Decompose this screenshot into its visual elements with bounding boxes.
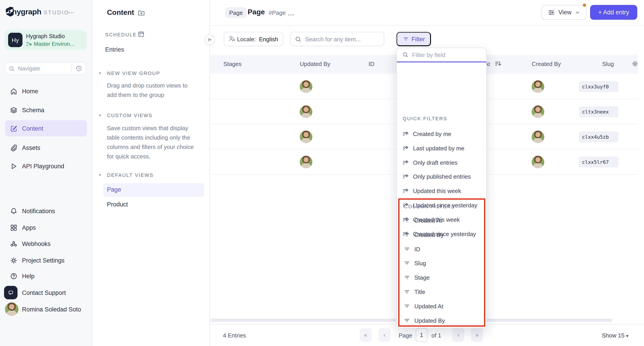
navigate-input[interactable] bbox=[18, 65, 71, 72]
filter-field-search[interactable] bbox=[397, 48, 486, 62]
collapse-panel-button[interactable] bbox=[204, 34, 215, 45]
content-view-panel: Content SCHEDULE Entries ▾ NEW VIEW GROU… bbox=[92, 0, 210, 346]
search-icon bbox=[402, 52, 408, 58]
page-title: Page bbox=[248, 8, 265, 16]
created-by-avatar bbox=[532, 105, 544, 118]
folder-plus-icon[interactable] bbox=[138, 9, 145, 18]
filter-icon bbox=[402, 36, 409, 42]
item-search[interactable] bbox=[290, 32, 384, 46]
page-number-input[interactable] bbox=[416, 328, 428, 342]
sidebar-item-contact-support[interactable]: Contact Support bbox=[5, 285, 87, 301]
play-icon bbox=[5, 162, 22, 170]
sidebar-item-project-settings[interactable]: Project Settings bbox=[5, 252, 87, 268]
column-filter-created-at[interactable]: Created At bbox=[404, 214, 442, 227]
column-filter-id[interactable]: ID bbox=[404, 242, 420, 256]
pagination-prev-button[interactable]: ‹ bbox=[378, 328, 390, 342]
chevron-down-icon bbox=[574, 10, 580, 15]
created-by-avatar bbox=[532, 80, 544, 93]
add-entry-button[interactable]: + Add entry bbox=[590, 5, 637, 20]
filter-dropdown: QUICK FILTERS Created by me Last updated… bbox=[396, 48, 487, 328]
filter-button[interactable]: Filter bbox=[396, 32, 431, 46]
chevron-down-icon[interactable]: ▾ bbox=[99, 71, 101, 75]
navigate-search[interactable] bbox=[5, 62, 86, 75]
search-icon bbox=[6, 65, 18, 72]
home-icon bbox=[5, 87, 22, 95]
created-by-avatar bbox=[532, 131, 544, 143]
quick-filter-only-draft-entries[interactable]: Only draft entries bbox=[402, 156, 458, 169]
view-item-product[interactable]: Product bbox=[107, 201, 128, 208]
sort-descending-icon[interactable] bbox=[494, 60, 502, 70]
custom-views-label[interactable]: CUSTOM VIEWS bbox=[107, 113, 152, 118]
id-badge: clxx5lr67 bbox=[579, 157, 618, 168]
filter-lines-icon bbox=[404, 231, 410, 238]
chevron-down-icon: ▾ bbox=[626, 334, 628, 338]
workspace-avatar: Hy bbox=[8, 33, 22, 47]
chat-bubble-icon bbox=[5, 286, 22, 299]
pagination-next-button[interactable]: › bbox=[452, 328, 464, 342]
sidebar-item-api-playground[interactable]: API Playground bbox=[5, 158, 87, 174]
sidebar-item-user[interactable]: Romina Soledad Soto bbox=[5, 301, 87, 317]
sliders-icon bbox=[548, 9, 555, 16]
quick-filter-created-by-me[interactable]: Created by me bbox=[402, 127, 452, 141]
calendar-icon[interactable] bbox=[138, 30, 145, 39]
sidebar-item-assets[interactable]: Assets bbox=[5, 140, 87, 156]
id-badge: cltx3neex bbox=[579, 106, 618, 117]
page-label: Page bbox=[398, 332, 412, 339]
chevron-down-icon[interactable]: ▾ bbox=[99, 113, 101, 118]
pagination-first-button[interactable]: « bbox=[360, 328, 372, 342]
view-item-page[interactable]: Page bbox=[103, 183, 204, 197]
sidebar-item-apps[interactable]: Apps bbox=[5, 219, 87, 236]
webhook-icon bbox=[5, 240, 22, 247]
schedule-entries-link[interactable]: Entries bbox=[105, 46, 124, 53]
show-per-page-select[interactable]: Show 15 ▾ bbox=[602, 332, 628, 339]
sidebar-item-schema[interactable]: Schema bbox=[5, 102, 87, 118]
filter-field-input[interactable] bbox=[412, 51, 481, 58]
view-notification-dot bbox=[582, 3, 586, 7]
column-filter-stage[interactable]: Stage bbox=[404, 271, 430, 284]
column-filter-slug[interactable]: Slug bbox=[404, 256, 426, 270]
filter-lines-icon bbox=[404, 317, 410, 324]
divider bbox=[210, 25, 644, 25]
sidebar-item-help[interactable]: Help bbox=[5, 268, 87, 284]
column-filters-highlight: COLUMN FILTERS Created At Created By ID … bbox=[398, 198, 485, 327]
column-filter-created-by[interactable]: Created By bbox=[404, 228, 444, 241]
column-filter-updated-by[interactable]: Updated By bbox=[404, 314, 445, 327]
recent-clock-icon[interactable] bbox=[72, 65, 86, 72]
sidebar-more-icon[interactable]: … bbox=[68, 8, 74, 14]
sidebar-item-content[interactable]: Content bbox=[5, 120, 87, 136]
locale-value: English bbox=[259, 36, 278, 42]
col-slug[interactable]: Slug bbox=[602, 61, 614, 67]
default-views-label[interactable]: DEFAULT VIEWS bbox=[107, 172, 154, 178]
locale-selector[interactable]: 文 A Locale: English bbox=[224, 32, 283, 46]
col-stages[interactable]: Stages bbox=[223, 61, 242, 67]
column-filter-title[interactable]: Title bbox=[404, 285, 425, 298]
quick-filter-last-updated-by-me[interactable]: Last updated by me bbox=[402, 141, 464, 155]
user-avatar bbox=[5, 303, 22, 316]
quick-filter-updated-this-week[interactable]: Updated this week bbox=[402, 184, 461, 197]
item-search-input[interactable] bbox=[305, 36, 379, 42]
new-view-group-helper: Drag and drop custom views to add them t… bbox=[107, 81, 188, 100]
table-settings-gear-icon[interactable] bbox=[632, 60, 638, 69]
workspace-selector[interactable]: Hy Hygraph Studio Master Environ... bbox=[4, 30, 87, 50]
id-badge: clxx4u5zb bbox=[579, 132, 618, 142]
quick-filter-only-published-entries[interactable]: Only published entries bbox=[402, 170, 471, 183]
paperclip-icon bbox=[5, 144, 22, 152]
locale-label: Locale: bbox=[237, 36, 256, 42]
sidebar-item-notifications[interactable]: Notifications bbox=[5, 203, 87, 219]
col-id[interactable]: ID bbox=[368, 61, 374, 67]
new-view-group-label[interactable]: NEW VIEW GROUP bbox=[107, 70, 160, 76]
filter-lines-icon bbox=[404, 260, 410, 266]
model-tag: #Page bbox=[269, 9, 286, 16]
view-button[interactable]: View bbox=[542, 5, 586, 20]
column-filter-updated-at[interactable]: Updated At bbox=[404, 299, 443, 313]
sidebar-item-webhooks[interactable]: Webhooks bbox=[5, 236, 87, 252]
col-created-by[interactable]: Created By bbox=[532, 61, 561, 67]
pagination-last-button[interactable]: » bbox=[471, 328, 483, 342]
tab-page[interactable]: Page bbox=[225, 7, 247, 18]
chevron-down-icon[interactable]: ▾ bbox=[99, 173, 101, 177]
branch-icon bbox=[26, 41, 32, 47]
page-more-icon[interactable]: … bbox=[288, 9, 295, 17]
col-updated-by[interactable]: Updated By bbox=[300, 61, 330, 67]
sidebar-item-home[interactable]: Home bbox=[5, 83, 87, 99]
updated-by-avatar bbox=[300, 156, 312, 168]
